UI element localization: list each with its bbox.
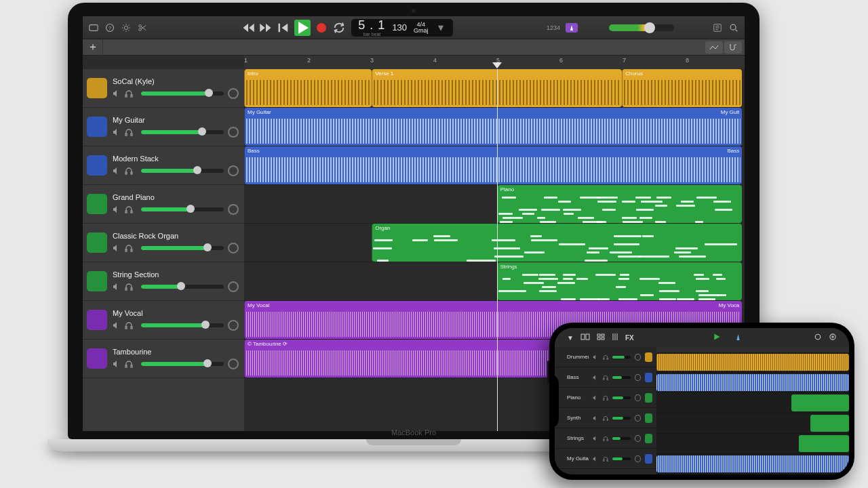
library-icon[interactable] — [88, 22, 99, 33]
track-header[interactable]: Classic Rock Organ — [83, 224, 244, 262]
automation-toggle[interactable] — [705, 41, 723, 54]
region[interactable]: BassBass — [244, 146, 742, 184]
track-volume-slider[interactable] — [141, 246, 224, 250]
headphones-icon[interactable] — [125, 244, 133, 252]
help-icon[interactable]: ? — [104, 22, 115, 33]
track-lane[interactable]: Piano — [244, 185, 745, 224]
region[interactable]: Chorus — [622, 69, 742, 107]
mute-icon[interactable] — [593, 455, 598, 462]
timeline-ruler[interactable]: 12345678 — [244, 56, 745, 69]
pan-knob[interactable] — [635, 354, 640, 361]
pan-knob[interactable] — [228, 204, 239, 215]
lcd-display[interactable]: 5 . 1bar beat 130 4/4Gmaj ▾ — [351, 19, 452, 37]
mute-icon[interactable] — [593, 394, 598, 401]
iphone-fx-button[interactable]: FX — [625, 334, 634, 342]
mute-icon[interactable] — [113, 283, 121, 291]
iphone-volume-slider[interactable] — [612, 417, 631, 420]
pan-knob[interactable] — [635, 415, 640, 422]
track-header[interactable]: SoCal (Kyle) — [83, 69, 244, 108]
mute-icon[interactable] — [593, 374, 598, 381]
track-lane[interactable]: My GuitarMy Guit — [244, 108, 745, 146]
iphone-track-header[interactable]: Drummer — [555, 347, 656, 367]
pan-knob[interactable] — [228, 127, 239, 138]
iphone-loop-icon[interactable] — [814, 333, 822, 342]
headphones-icon[interactable] — [603, 394, 608, 401]
track-lane[interactable]: Organ — [244, 224, 745, 262]
headphones-icon[interactable] — [125, 128, 133, 136]
iphone-track-header[interactable]: Bass — [555, 367, 656, 388]
pan-knob[interactable] — [635, 394, 640, 401]
mute-icon[interactable] — [113, 89, 121, 98]
snap-toggle[interactable] — [724, 41, 742, 54]
pan-knob[interactable] — [228, 243, 239, 253]
mute-icon[interactable] — [113, 360, 121, 368]
track-lane[interactable]: Strings — [244, 262, 745, 301]
region[interactable]: Intro — [244, 69, 372, 107]
iphone-mixer-icon[interactable] — [612, 333, 618, 342]
track-volume-slider[interactable] — [141, 323, 224, 327]
iphone-grid-icon[interactable] — [597, 333, 605, 342]
headphones-icon[interactable] — [603, 435, 608, 442]
track-header[interactable]: My Guitar — [83, 108, 244, 146]
iphone-lane[interactable] — [656, 373, 849, 393]
iphone-lane[interactable] — [656, 393, 849, 413]
mute-icon[interactable] — [113, 244, 121, 252]
track-volume-slider[interactable] — [141, 130, 224, 134]
notes-icon[interactable] — [712, 22, 723, 33]
headphones-icon[interactable] — [603, 455, 608, 462]
track-lane[interactable]: IntroVerse 1Chorus — [244, 69, 745, 108]
headphones-icon[interactable] — [125, 283, 133, 291]
iphone-play-button[interactable] — [713, 333, 721, 342]
track-header[interactable]: Modern Stack — [83, 146, 244, 185]
headphones-icon[interactable] — [125, 205, 133, 214]
iphone-lane[interactable] — [656, 454, 849, 474]
metronome-badge[interactable] — [566, 23, 578, 33]
pan-knob[interactable] — [228, 88, 239, 99]
region[interactable]: Piano — [497, 185, 743, 223]
scissors-icon[interactable] — [137, 22, 148, 33]
iphone-region[interactable] — [799, 435, 849, 452]
iphone-arrange-area[interactable] — [656, 347, 849, 474]
headphones-icon[interactable] — [125, 167, 133, 175]
pan-knob[interactable] — [635, 374, 640, 381]
go-to-start-button[interactable] — [277, 21, 290, 35]
play-button[interactable] — [294, 20, 311, 36]
mute-icon[interactable] — [593, 415, 598, 422]
iphone-lane[interactable] — [656, 434, 849, 454]
pan-knob[interactable] — [228, 165, 239, 176]
pan-knob[interactable] — [635, 455, 640, 462]
iphone-volume-slider[interactable] — [612, 376, 631, 379]
pan-knob[interactable] — [228, 359, 239, 369]
record-button[interactable] — [315, 21, 328, 35]
track-volume-slider[interactable] — [141, 92, 224, 96]
headphones-icon[interactable] — [125, 89, 133, 98]
iphone-volume-slider[interactable] — [612, 437, 631, 440]
iphone-ruler[interactable] — [656, 347, 849, 352]
headphones-icon[interactable] — [603, 415, 608, 422]
cycle-button[interactable] — [332, 21, 346, 35]
iphone-track-header[interactable]: My Guitar — [555, 449, 656, 469]
iphone-region[interactable] — [656, 455, 849, 472]
rewind-button[interactable] — [241, 21, 255, 35]
track-volume-slider[interactable] — [141, 285, 224, 289]
iphone-region[interactable] — [656, 374, 849, 391]
iphone-region[interactable] — [791, 394, 849, 411]
master-volume-slider[interactable] — [609, 24, 674, 31]
iphone-lane[interactable] — [656, 413, 849, 434]
mute-icon[interactable] — [113, 205, 121, 214]
pan-knob[interactable] — [228, 281, 239, 292]
pan-knob[interactable] — [228, 320, 239, 331]
track-volume-slider[interactable] — [141, 362, 224, 366]
iphone-menu-icon[interactable]: ▼ — [567, 334, 574, 342]
iphone-region[interactable] — [810, 415, 849, 432]
iphone-volume-slider[interactable] — [612, 396, 631, 399]
mute-icon[interactable] — [113, 321, 121, 329]
track-volume-slider[interactable] — [141, 169, 224, 173]
region[interactable]: Organ — [372, 224, 742, 262]
track-header[interactable]: My Vocal — [83, 301, 244, 340]
track-header[interactable]: String Section — [83, 262, 244, 301]
chevron-down-icon[interactable]: ▾ — [435, 22, 446, 33]
iphone-volume-slider[interactable] — [612, 356, 631, 359]
iphone-volume-slider[interactable] — [612, 458, 631, 460]
track-header[interactable]: Tambourine — [83, 340, 244, 378]
